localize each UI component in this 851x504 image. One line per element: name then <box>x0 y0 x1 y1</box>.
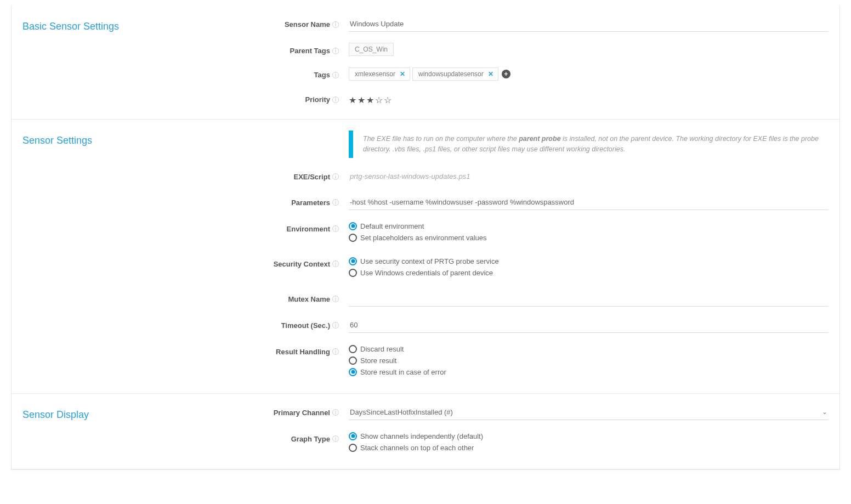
help-icon[interactable]: i <box>332 409 339 416</box>
remove-tag-icon[interactable]: ✕ <box>488 70 493 78</box>
label-graph-type: Graph Type i <box>258 431 343 443</box>
field-parent-tags: Parent Tags i C_OS_Win <box>258 43 829 56</box>
help-icon[interactable]: i <box>332 48 339 54</box>
environment-option[interactable]: Set placeholders as environment values <box>349 234 829 242</box>
help-icon[interactable]: i <box>332 225 339 232</box>
add-tag-button[interactable]: + <box>502 70 510 78</box>
field-primary-channel: Primary Channel i DaysSinceLastHotfixIns… <box>258 405 829 420</box>
graph-type-option[interactable]: Show channels independently (default) <box>349 432 829 440</box>
timeout-input[interactable] <box>349 318 829 333</box>
radio-icon <box>349 368 357 376</box>
info-bar <box>349 131 353 158</box>
remove-tag-icon[interactable]: ✕ <box>400 70 405 78</box>
radio-label: Show channels independently (default) <box>360 432 483 440</box>
radio-icon <box>349 257 357 265</box>
tag-label: windowsupdatesensor <box>418 70 484 78</box>
field-result-handling: Result Handling i Discard resultStore re… <box>258 344 829 380</box>
field-environment: Environment i Default environmentSet pla… <box>258 221 829 245</box>
graph-type-radio-group: Show channels independently (default)Sta… <box>349 431 829 452</box>
tag-chip[interactable]: xmlexesensor ✕ <box>349 67 410 81</box>
parent-tag-chip: C_OS_Win <box>349 43 394 56</box>
field-timeout: Timeout (Sec.) i <box>258 318 829 333</box>
label-mutex-name: Mutex Name i <box>258 291 343 303</box>
field-priority: Priority i ★★★☆☆ <box>258 92 829 105</box>
priority-star[interactable]: ☆ <box>375 95 383 105</box>
priority-star[interactable]: ☆ <box>384 95 392 105</box>
radio-label: Use Windows credentials of parent device <box>360 269 493 277</box>
radio-label: Set placeholders as environment values <box>360 234 487 242</box>
field-mutex-name: Mutex Name i <box>258 291 829 307</box>
radio-label: Discard result <box>360 345 404 353</box>
priority-stars[interactable]: ★★★☆☆ <box>349 92 829 105</box>
help-icon[interactable]: i <box>332 435 339 442</box>
radio-icon <box>349 432 357 440</box>
settings-container: Basic Sensor Settings Sensor Name i Pare… <box>11 5 840 470</box>
info-box: The EXE file has to run on the computer … <box>349 131 829 158</box>
radio-icon <box>349 234 357 242</box>
exe-script-value: prtg-sensor-last-windows-updates.ps1 <box>349 169 829 184</box>
section-sensor: Sensor Settings The EXE file has to run … <box>12 120 839 394</box>
help-icon[interactable]: i <box>332 97 339 103</box>
help-icon[interactable]: i <box>332 261 339 267</box>
environment-option[interactable]: Default environment <box>349 222 829 230</box>
section-title-basic: Basic Sensor Settings <box>22 16 258 105</box>
radio-label: Store result <box>360 356 396 365</box>
help-icon[interactable]: i <box>332 21 339 28</box>
security-context-radio-group: Use security context of PRTG probe servi… <box>349 256 829 277</box>
field-exe-script: EXE/Script i prtg-sensor-last-windows-up… <box>258 169 829 184</box>
label-tags: Tags i <box>258 67 343 79</box>
result-handling-option[interactable]: Store result in case of error <box>349 368 829 376</box>
primary-channel-select[interactable]: DaysSinceLastHotfixInstalled (#) ⌄ <box>349 405 829 420</box>
help-icon[interactable]: i <box>332 199 339 206</box>
tag-label: xmlexesensor <box>355 70 395 78</box>
label-parent-tags: Parent Tags i <box>258 43 343 55</box>
label-primary-channel: Primary Channel i <box>258 405 343 417</box>
label-security-context: Security Context i <box>258 256 343 268</box>
security-context-option[interactable]: Use security context of PRTG probe servi… <box>349 257 829 265</box>
help-icon[interactable]: i <box>332 173 339 180</box>
help-icon[interactable]: i <box>332 348 339 355</box>
priority-star[interactable]: ★ <box>358 95 365 105</box>
radio-icon <box>349 345 357 353</box>
info-row: The EXE file has to run on the computer … <box>258 131 829 158</box>
section-basic: Basic Sensor Settings Sensor Name i Pare… <box>12 5 839 120</box>
security-context-option[interactable]: Use Windows credentials of parent device <box>349 269 829 277</box>
section-title-display: Sensor Display <box>22 405 258 455</box>
radio-label: Store result in case of error <box>360 368 446 376</box>
chevron-down-icon: ⌄ <box>822 408 827 416</box>
parameters-input[interactable] <box>349 195 829 210</box>
section-display: Sensor Display Primary Channel i DaysSin… <box>12 394 839 469</box>
label-priority: Priority i <box>258 92 343 104</box>
label-sensor-name: Sensor Name i <box>258 16 343 29</box>
field-parameters: Parameters i <box>258 195 829 210</box>
priority-star[interactable]: ★ <box>349 95 356 105</box>
radio-icon <box>349 356 357 365</box>
sensor-name-input[interactable] <box>349 16 829 32</box>
radio-icon <box>349 222 357 230</box>
section-title-sensor: Sensor Settings <box>22 131 258 380</box>
priority-star[interactable]: ★ <box>366 95 374 105</box>
label-exe-script: EXE/Script i <box>258 169 343 181</box>
help-icon[interactable]: i <box>332 322 339 329</box>
result-handling-option[interactable]: Discard result <box>349 345 829 353</box>
result-handling-radio-group: Discard resultStore resultStore result i… <box>349 344 829 376</box>
help-icon[interactable]: i <box>332 72 339 78</box>
label-environment: Environment i <box>258 221 343 233</box>
label-result-handling: Result Handling i <box>258 344 343 356</box>
radio-icon <box>349 444 357 452</box>
graph-type-option[interactable]: Stack channels on top of each other <box>349 444 829 452</box>
mutex-name-input[interactable] <box>349 291 829 307</box>
field-tags: Tags i xmlexesensor ✕ windowsupdatesenso… <box>258 67 829 81</box>
label-timeout: Timeout (Sec.) i <box>258 318 343 330</box>
radio-label: Default environment <box>360 222 424 230</box>
info-text: The EXE file has to run on the computer … <box>353 131 829 158</box>
radio-icon <box>349 269 357 277</box>
tag-chip[interactable]: windowsupdatesensor ✕ <box>412 67 498 81</box>
radio-label: Stack channels on top of each other <box>360 444 474 452</box>
select-value: DaysSinceLastHotfixInstalled (#) <box>350 408 453 416</box>
field-security-context: Security Context i Use security context … <box>258 256 829 280</box>
result-handling-option[interactable]: Store result <box>349 356 829 365</box>
radio-label: Use security context of PRTG probe servi… <box>360 257 499 265</box>
help-icon[interactable]: i <box>332 296 339 302</box>
field-graph-type: Graph Type i Show channels independently… <box>258 431 829 455</box>
